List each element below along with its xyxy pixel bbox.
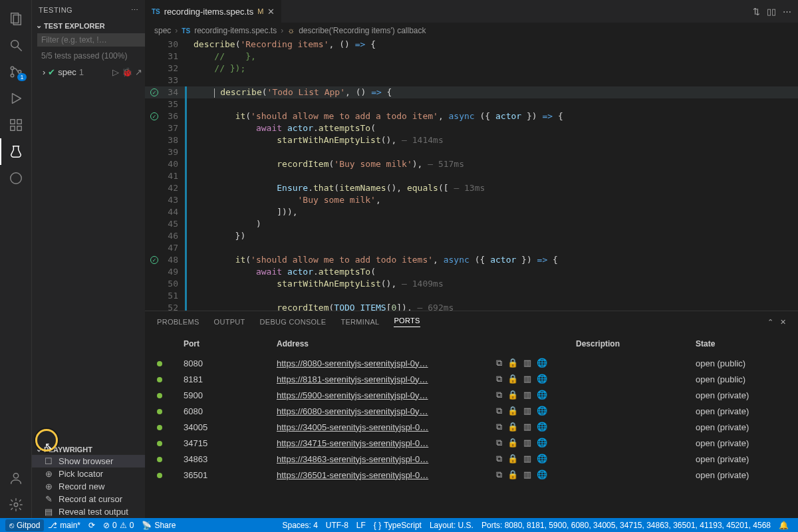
code-line[interactable]: 49 await actor.attemptsTo( [145,266,798,278]
port-row[interactable]: 34715https://34715-serenityjs-serenityjs… [145,435,798,451]
settings-gear-icon[interactable] [0,491,32,518]
preview-icon[interactable]: ▥ [523,390,531,400]
gutter-icon[interactable] [145,242,164,254]
code-line[interactable]: 32 // }); [145,63,798,74]
port-row[interactable]: 6080https://6080-serenityjs-serenityjspl… [145,403,798,419]
goto-test-icon[interactable]: ↗ [135,67,142,77]
run-icon[interactable] [0,85,32,112]
panel-tab-debug console[interactable]: DEBUG CONSOLE [260,318,327,326]
code-line[interactable]: ✓48 it('should allow me to add todo item… [145,254,798,266]
explorer-icon[interactable] [0,5,32,32]
breadcrumb[interactable]: spec › TS recording-items.spec.ts › ☼ de… [145,23,798,39]
gutter-icon[interactable] [145,63,164,74]
globe-icon[interactable]: 🌐 [537,374,547,384]
gutter-icon[interactable] [145,134,164,146]
encoding-button[interactable]: UTF-8 [322,521,352,530]
panel-tab-problems[interactable]: PROBLEMS [157,318,200,326]
code-line[interactable]: 31 // }, [145,51,798,63]
gutter-icon[interactable]: ✓ [145,254,164,266]
copy-icon[interactable]: ⧉ [496,422,502,432]
globe-icon[interactable]: 🌐 [537,422,547,432]
globe-icon[interactable]: 🌐 [537,454,547,464]
problems-button[interactable]: ⊘0 ⚠0 [99,521,138,530]
preview-icon[interactable]: ▥ [523,469,531,480]
gitpod-button[interactable]: ⎋ Gitpod [5,519,44,531]
code-line[interactable]: 44 ])), [145,206,798,218]
code-line[interactable]: 45 ) [145,218,798,230]
gutter-icon[interactable] [145,278,164,290]
port-row[interactable]: 36501https://36501-serenityjs-serenityjs… [145,467,798,483]
test-tree-item[interactable]: › ✔ spec 1 ▷ 🐞 ↗ [32,66,145,78]
globe-icon[interactable]: 🌐 [537,469,547,480]
port-row[interactable]: 8181https://8181-serenityjs-serenityjspl… [145,371,798,387]
lock-icon[interactable]: 🔒 [507,454,518,464]
copy-icon[interactable]: ⧉ [496,406,502,416]
layout-button[interactable]: Layout: U.S. [426,521,477,530]
extensions-icon[interactable] [0,112,32,138]
compare-icon[interactable]: ⇅ [753,7,760,17]
account-icon[interactable] [0,465,32,491]
code-line[interactable]: 43 'Buy some milk', [145,194,798,206]
code-line[interactable]: 50 startWithAnEmptyList(), — 1409ms [145,278,798,290]
port-row[interactable]: 5900https://5900-serenityjs-serenityjspl… [145,387,798,403]
gutter-icon[interactable] [145,74,164,86]
code-line[interactable]: 30describe('Recording items', () => { [145,39,798,51]
gutter-icon[interactable] [145,146,164,158]
spaces-button[interactable]: Spaces: 4 [278,521,321,530]
preview-icon[interactable]: ▥ [523,358,531,368]
port-address-link[interactable]: https://36501-serenityjs-serenityjspl-0… [277,470,428,480]
sync-icon[interactable]: ⟳ [84,521,99,530]
globe-icon[interactable]: 🌐 [537,406,547,416]
gutter-icon[interactable] [145,39,164,51]
port-address-link[interactable]: https://8181-serenityjs-serenityjspl-0y… [277,374,428,384]
preview-icon[interactable]: ▥ [523,438,531,448]
gutter-icon[interactable] [145,122,164,134]
code-line[interactable]: 46 }) [145,230,798,242]
copy-icon[interactable]: ⧉ [496,390,502,400]
gutter-icon[interactable] [145,51,164,63]
globe-icon[interactable]: 🌐 [537,438,547,448]
lock-icon[interactable]: 🔒 [507,438,518,448]
code-line[interactable]: 35 [145,98,798,110]
more-icon[interactable]: ⋯ [131,6,139,15]
preview-icon[interactable]: ▥ [523,422,531,432]
playwright-item[interactable]: ✎Record at cursor [32,493,145,505]
gutter-icon[interactable]: ✓ [145,86,164,98]
gutter-icon[interactable]: ✓ [145,110,164,122]
playwright-item[interactable]: ☐Show browser [32,455,145,467]
copy-icon[interactable]: ⧉ [496,469,502,480]
code-line[interactable]: 52 recordItem(TODO_ITEMS[0]), — 692ms [145,302,798,311]
eol-button[interactable]: LF [352,521,370,530]
gutter-icon[interactable] [145,218,164,230]
preview-icon[interactable]: ▥ [523,374,531,384]
panel-tab-terminal[interactable]: TERMINAL [340,318,379,326]
search-icon[interactable] [0,32,32,59]
port-row[interactable]: 34863https://34863-serenityjs-serenityjs… [145,451,798,467]
tab-file[interactable]: TS recording-items.spec.ts M ✕ [145,0,282,23]
copy-icon[interactable]: ⧉ [496,454,502,464]
globe-icon[interactable]: 🌐 [537,358,547,368]
ports-button[interactable]: Ports: 8080, 8181, 5900, 6080, 34005, 34… [477,521,775,530]
globe-icon[interactable]: 🌐 [537,390,547,400]
branch-button[interactable]: ⎇ main* [44,521,84,530]
code-line[interactable]: 51 [145,290,798,302]
code-editor[interactable]: 30describe('Recording items', () => {31 … [145,39,798,311]
more-icon[interactable]: ⋯ [783,7,791,17]
port-address-link[interactable]: https://8080-serenityjs-serenityjspl-0y… [277,358,428,368]
playwright-header[interactable]: ⌄ PLAYWRIGHT [32,444,145,455]
close-tab-icon[interactable]: ✕ [267,7,275,17]
port-address-link[interactable]: https://34715-serenityjs-serenityjspl-0… [277,438,428,448]
github-icon[interactable] [0,165,32,192]
preview-icon[interactable]: ▥ [523,454,531,464]
gutter-icon[interactable] [145,182,164,194]
code-line[interactable]: 41 [145,170,798,182]
run-test-icon[interactable]: ▷ [112,67,119,77]
code-line[interactable]: 42 Ensure.that(itemNames(), equals([ — 1… [145,182,798,194]
preview-icon[interactable]: ▥ [523,406,531,416]
code-line[interactable]: ✓34 describe('Todo List App', () => { [145,86,798,98]
lock-icon[interactable]: 🔒 [507,422,518,432]
gutter-icon[interactable] [145,302,164,311]
panel-close-icon[interactable]: ✕ [780,318,786,327]
code-line[interactable]: 39 [145,146,798,158]
code-line[interactable]: ✓36 it('should allow me to add a todo it… [145,110,798,122]
